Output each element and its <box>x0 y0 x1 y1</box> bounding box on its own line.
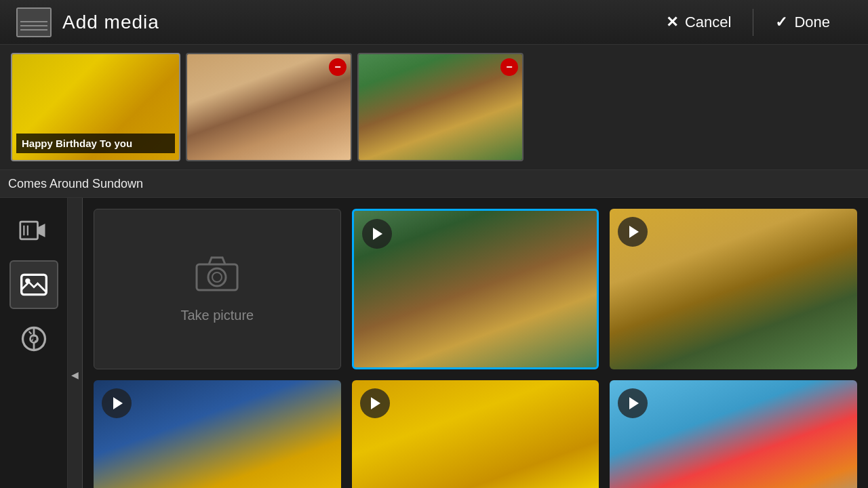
play-button[interactable] <box>360 388 390 418</box>
svg-rect-0 <box>20 222 37 239</box>
sidebar-collapse-button[interactable]: ◀ <box>68 198 83 488</box>
svg-point-12 <box>212 272 222 282</box>
main-content: ♫ ◀ Take picture <box>0 198 868 488</box>
cancel-button[interactable]: ✕ Cancel <box>644 7 753 38</box>
page-title: Add media <box>62 12 159 33</box>
svg-point-4 <box>25 279 30 283</box>
play-button[interactable] <box>102 388 132 418</box>
play-button[interactable] <box>618 388 648 418</box>
sidebar-item-photo[interactable] <box>9 260 58 309</box>
family-field-video-cell[interactable] <box>610 209 857 369</box>
timeline-text-item[interactable]: T Happy Birthday To you <box>11 53 180 161</box>
play-button[interactable] <box>362 219 392 249</box>
chevron-left-icon: ◀ <box>71 369 79 380</box>
header: Add media ✕ Cancel ✓ Done <box>0 0 868 45</box>
text-caption: Happy Birthday To you <box>16 134 175 153</box>
audio-track-name: Comes Around Sundown <box>8 177 143 191</box>
video-icon <box>19 216 49 245</box>
clapper-icon <box>16 7 52 37</box>
music-icon: ♫ <box>19 324 49 354</box>
remove-family-photo-button[interactable]: − <box>329 58 347 76</box>
media-grid: Take picture <box>83 198 868 488</box>
timeline-strip: T Happy Birthday To you − − <box>0 45 868 169</box>
take-picture-label: Take picture <box>180 308 254 323</box>
camera-icon <box>195 255 239 300</box>
play-button[interactable] <box>618 217 648 247</box>
flower-video-cell[interactable] <box>352 380 599 488</box>
sidebar-item-video[interactable] <box>9 206 58 255</box>
done-button[interactable]: ✓ Done <box>753 7 852 38</box>
sidebar: ♫ <box>0 198 68 488</box>
svg-point-11 <box>208 268 226 286</box>
sidebar-item-music[interactable]: ♫ <box>9 314 58 363</box>
remove-dog-photo-button[interactable]: − <box>500 58 518 76</box>
dog-hat-video-cell[interactable] <box>352 209 599 369</box>
take-picture-cell[interactable]: Take picture <box>94 209 341 369</box>
carnival-video-cell[interactable] <box>94 380 341 488</box>
header-actions: ✕ Cancel ✓ Done <box>644 7 852 38</box>
kids-video-cell[interactable] <box>610 380 857 488</box>
done-icon: ✓ <box>775 14 787 31</box>
timeline-family-photo[interactable]: − <box>186 53 352 161</box>
svg-text:♫: ♫ <box>30 333 37 344</box>
timeline-dog-photo[interactable]: − <box>357 53 524 161</box>
cancel-icon: ✕ <box>666 14 678 31</box>
header-left: Add media <box>16 7 159 37</box>
sidebar-wrapper: ♫ ◀ <box>0 198 83 488</box>
audio-bar: Comes Around Sundown <box>0 169 868 198</box>
photo-icon <box>19 270 49 300</box>
